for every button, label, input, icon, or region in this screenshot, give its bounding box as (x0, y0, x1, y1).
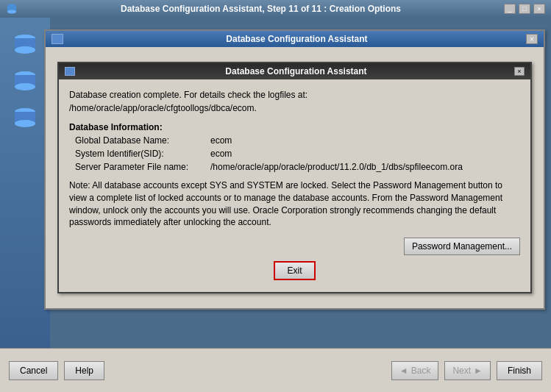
db-icon-2 (10, 69, 40, 99)
close-button[interactable]: × (533, 4, 545, 14)
db-info-row-1: Global Database Name: ecom (69, 134, 520, 147)
maximize-button[interactable]: □ (519, 4, 530, 14)
spfile-value: /home/oracle/app/oracle/product/11.2.0/d… (210, 160, 463, 174)
db-info-label: Database Information: (69, 121, 520, 134)
global-db-name-label: Global Database Name: (75, 134, 207, 147)
sidebar-panel (0, 18, 50, 348)
inner-dialog-title-bar: Database Configuration Assistant × (59, 63, 530, 79)
inner-dialog-icon (65, 67, 75, 76)
global-db-name-value: ecom (210, 134, 232, 147)
db-info-row-2: System Identifier(SID): ecom (69, 147, 520, 160)
title-bar-text: Database Configuration Assistant, Step 1… (22, 4, 500, 14)
app-icon (6, 3, 18, 15)
db-info-section: Database Information: Global Database Na… (69, 121, 520, 174)
db-icon-3 (10, 106, 40, 135)
svg-point-2 (7, 10, 16, 14)
completion-text: Database creation complete. For details … (69, 88, 520, 115)
exit-btn-row: Exit (69, 261, 520, 280)
finish-button[interactable]: Finish (497, 361, 542, 380)
inner-dialog-content: Database creation complete. For details … (59, 79, 530, 292)
sid-label: System Identifier(SID): (75, 147, 207, 160)
title-bar-controls: _ □ × (504, 4, 545, 14)
outer-dialog-title-bar: Database Configuration Assistant × (46, 31, 544, 47)
svg-point-11 (15, 120, 35, 127)
minimize-button[interactable]: _ (504, 4, 516, 14)
next-arrow-icon: ► (474, 366, 483, 376)
inner-dialog-close-button[interactable]: × (514, 67, 525, 76)
back-label: Back (411, 366, 431, 376)
outer-dialog-title-text: Database Configuration Assistant (226, 34, 367, 44)
svg-point-5 (15, 46, 35, 54)
inner-dialog: Database Configuration Assistant × Datab… (57, 62, 532, 293)
back-button[interactable]: ◄ Back (391, 361, 439, 380)
db-info-row-3: Server Parameter File name: /home/oracle… (69, 160, 520, 174)
outer-dialog-icon (51, 34, 63, 44)
next-label: Next (452, 366, 471, 376)
inner-dialog-title-text: Database Configuration Assistant (78, 66, 514, 76)
help-button[interactable]: Help (64, 361, 104, 380)
svg-point-8 (15, 83, 35, 90)
spfile-label: Server Parameter File name: (75, 160, 207, 174)
password-management-button[interactable]: Password Management... (404, 238, 520, 255)
back-arrow-icon: ◄ (399, 366, 408, 376)
outer-dialog: Database Configuration Assistant × Datab… (44, 29, 545, 310)
note-text: Note: All database accounts except SYS a… (69, 179, 520, 229)
db-icon-1 (10, 32, 40, 62)
cancel-button[interactable]: Cancel (9, 361, 58, 380)
outer-dialog-close-button[interactable]: × (526, 34, 538, 44)
exit-button[interactable]: Exit (274, 261, 315, 280)
bottom-right-buttons: ◄ Back Next ► Finish (391, 361, 542, 380)
bottom-bar: Cancel Help ◄ Back Next ► Finish (0, 348, 551, 392)
title-bar: Database Configuration Assistant, Step 1… (0, 0, 551, 18)
password-mgmt-row: Password Management... (69, 238, 520, 255)
bottom-left-buttons: Cancel Help (9, 361, 385, 380)
next-button[interactable]: Next ► (444, 361, 491, 380)
sid-value: ecom (210, 147, 232, 160)
